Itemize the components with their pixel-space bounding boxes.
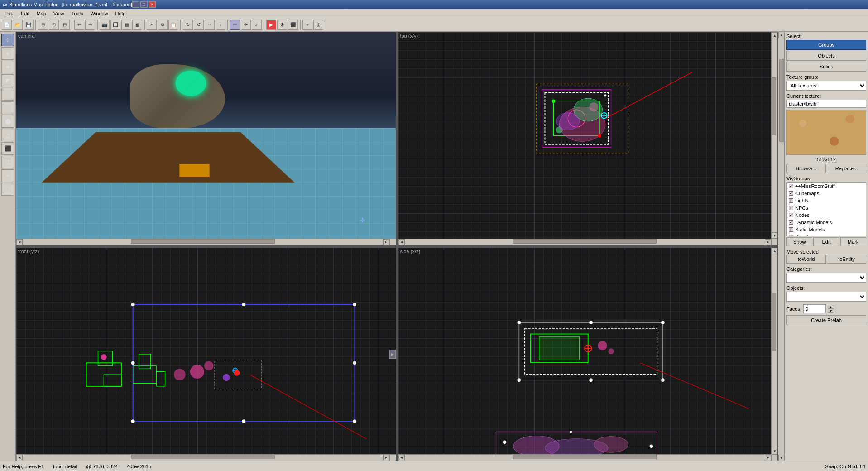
objects-button[interactable]: Objects [786,51,866,61]
front-h-scrollbar[interactable]: ◄ ► [16,454,389,461]
to-world-button[interactable]: toWorld [786,255,826,264]
faces-decrement[interactable]: ▼ [828,309,834,313]
tool-arch[interactable]: ⌒ [1,88,14,101]
toolbar-cut[interactable]: ✂ [147,20,157,30]
toolbar-new[interactable]: 📄 [2,20,12,30]
side-v-scrollbar[interactable]: ▲ ▼ [771,248,777,454]
toolbar-render2[interactable]: ▦ [121,20,131,30]
menu-view[interactable]: View [50,10,68,17]
toolbar-open[interactable]: 📂 [13,20,23,30]
mark-button[interactable]: Mark [840,237,866,246]
toolbar-render1[interactable]: 🔲 [110,20,120,30]
edit-button[interactable]: Edit [813,237,839,246]
visgroup-checkbox[interactable] [789,198,793,203]
visgroups-list[interactable]: ++MissRoomStuffCubemapsLightsNPCsNodesDy… [786,182,866,236]
top-scroll-left[interactable]: ◄ [398,239,405,245]
tool-vertex[interactable]: ⬡ [1,183,14,196]
side-scroll-track-h[interactable] [405,455,765,461]
front-scroll-track-h[interactable] [23,455,383,461]
visgroup-checkbox[interactable] [789,184,793,188]
tool-block[interactable]: ■ [1,61,14,73]
side-viewport[interactable]: side (x/z) [398,247,778,461]
toolbar-undo[interactable]: ↩ [74,20,84,30]
menu-map[interactable]: Map [33,10,50,17]
side-h-scrollbar[interactable]: ◄ ► [398,454,772,461]
top-scroll-down[interactable]: ▼ [772,232,778,239]
visgroup-checkbox[interactable] [789,191,793,196]
side-scroll-track-v[interactable] [772,254,777,448]
visgroup-checkbox[interactable] [789,227,793,232]
visgroup-item[interactable]: Nodes [787,211,866,219]
toolbar-save[interactable]: 💾 [24,20,34,30]
tool-wedge[interactable]: ◤ [1,74,14,87]
toolbar-scale[interactable]: ⤢ [252,20,262,30]
texture-group-select[interactable]: All Textures [786,81,866,91]
toolbar-compile2[interactable]: ⚙ [277,20,287,30]
menu-window[interactable]: Window [86,10,111,17]
toolbar-compile1[interactable]: ▶ [266,20,276,30]
top-v-scrollbar[interactable]: ▲ ▼ [771,32,777,239]
toolbar-camera[interactable]: 📷 [100,20,110,30]
browse-button[interactable]: Browse... [786,164,826,173]
faces-input[interactable] [803,304,826,313]
menu-file[interactable]: File [2,10,17,17]
visgroup-item[interactable]: Static Models [787,226,866,233]
toolbar-move[interactable]: ✛ [241,20,251,30]
front-scroll-left[interactable]: ◄ [16,455,23,461]
visgroup-item[interactable]: Cubemaps [787,190,866,197]
toolbar-grid3[interactable]: ⊟ [60,20,70,30]
front-viewport[interactable]: front (y/z) [16,247,396,461]
maximize-button[interactable]: □ [140,1,148,8]
top-scroll-track-h[interactable] [405,239,765,245]
camera-scroll-right[interactable]: ► [383,239,389,245]
visgroup-item[interactable]: Decals [787,233,866,236]
tool-select[interactable]: ⊹ [1,34,14,46]
toolbar-paste[interactable]: 📋 [168,20,178,30]
toolbar-rotate1[interactable]: ↻ [183,20,193,30]
toolbar-render3[interactable]: ▩ [132,20,142,30]
tool-spike[interactable]: △ [1,129,14,141]
top-viewport[interactable]: top (x/y) [398,32,778,245]
minimize-button[interactable]: — [132,1,139,8]
solids-button[interactable]: Solids [786,62,866,72]
right-panel-scrollbar[interactable]: ▲ ▼ [778,32,784,461]
rp-scroll-up[interactable]: ▲ [778,32,785,38]
side-scroll-left[interactable]: ◄ [398,455,405,461]
camera-h-scrollbar[interactable]: ◄ ► [16,239,389,245]
tool-entity[interactable]: ● [1,47,14,60]
visgroup-checkbox[interactable] [789,235,793,236]
show-button[interactable]: Show [786,237,812,246]
camera-scroll-left[interactable]: ◄ [16,239,23,245]
toolbar-copy[interactable]: ⧉ [158,20,168,30]
toolbar-select[interactable]: ⊹ [230,20,240,30]
front-divider-btn[interactable]: ▶ [389,350,396,359]
camera-scroll-track-h[interactable] [23,239,383,245]
toolbar-flip1[interactable]: ↔ [205,20,215,30]
menu-edit[interactable]: Edit [17,10,33,17]
toolbar-grid2[interactable]: ⊡ [49,20,59,30]
toolbar-misc1[interactable]: ⌖ [302,20,312,30]
side-scroll-right[interactable]: ► [765,455,771,461]
rp-scroll-down[interactable]: ▼ [778,455,785,461]
toolbar-misc2[interactable]: ◎ [313,20,323,30]
replace-button[interactable]: Replace... [827,164,866,173]
tool-clip[interactable]: ✂ [1,169,14,182]
top-scroll-up[interactable]: ▲ [772,32,778,38]
side-scroll-up[interactable]: ▲ [772,248,778,254]
tool-cylinder[interactable]: ⬤ [1,115,14,128]
menu-help[interactable]: Help [112,10,129,17]
rp-scroll-track[interactable] [778,38,784,455]
top-h-scrollbar[interactable]: ◄ ► [398,239,772,245]
toolbar-flip2[interactable]: ↕ [216,20,225,30]
categories-select[interactable] [786,273,866,283]
visgroup-item[interactable]: Lights [787,197,866,204]
top-scroll-right[interactable]: ► [765,239,771,245]
visgroup-item[interactable]: NPCs [787,204,866,211]
visgroup-item[interactable]: Dynamic Models [787,219,866,226]
groups-button[interactable]: Groups [786,40,866,50]
tool-overlay[interactable]: ◫ [1,156,14,168]
to-entity-button[interactable]: toEntity [827,255,866,264]
close-button[interactable]: ✕ [149,1,156,8]
create-prelab-button[interactable]: Create Prelab [786,315,866,325]
visgroup-checkbox[interactable] [789,206,793,210]
